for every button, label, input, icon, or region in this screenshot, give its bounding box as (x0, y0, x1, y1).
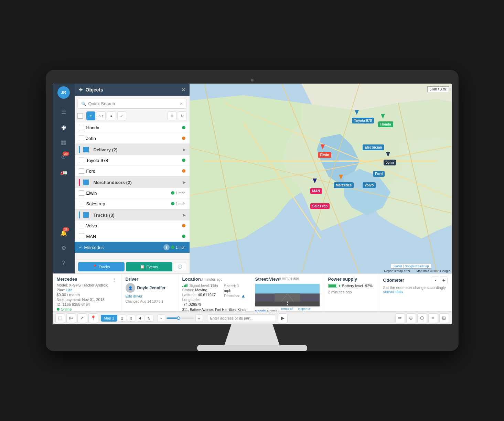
group-checkbox[interactable] (83, 180, 89, 185)
menu-icon[interactable]: ☰ (57, 106, 70, 118)
draw-icon[interactable]: ✏ (395, 313, 405, 323)
list-item-mercedes[interactable]: ✓ Mercedes ℹ 1 mph (75, 242, 190, 253)
item-checkbox[interactable] (79, 125, 84, 130)
street-view-section: Street View a minute ago (251, 274, 324, 311)
group-delivery[interactable]: Delivery (2) ▶ (75, 144, 190, 155)
item-checkbox[interactable] (79, 223, 84, 228)
zoom-in-btn[interactable]: + (195, 314, 203, 322)
report-link[interactable]: Report a problem (298, 307, 320, 311)
group-merchandisers[interactable]: Merchandisers (2) ▶ (75, 176, 190, 188)
search-input[interactable] (88, 101, 178, 106)
close-icon[interactable]: ✕ (181, 87, 185, 93)
map-label-toyota: Toyota 978 (352, 118, 374, 123)
bell-icon[interactable]: 🔔 29 (57, 227, 70, 239)
list-item[interactable]: John (75, 133, 190, 144)
stack-icon[interactable]: ≡ (428, 313, 438, 323)
item-name: Elwin (86, 191, 170, 196)
share-icon[interactable]: ↗ (77, 313, 87, 323)
leaflet-attribution[interactable]: Leaflet | Google Roadmap (391, 264, 431, 269)
map-pin (381, 114, 385, 119)
help-icon[interactable]: ? (57, 257, 70, 269)
sidebar-avatar[interactable]: JR (57, 86, 70, 99)
map-scale: 5 km / 3 mi (427, 86, 449, 92)
item-name: Sales rep (86, 201, 170, 206)
address-search-go[interactable]: ▶ (278, 313, 288, 323)
list-view-btn[interactable]: ≡ (86, 111, 95, 120)
sensor-data-link[interactable]: sensor data (383, 290, 448, 294)
map-tab-3[interactable]: 3 (127, 315, 135, 322)
map-tab-4[interactable]: 4 (136, 315, 144, 322)
item-checkbox[interactable] (79, 158, 84, 163)
history-btn[interactable]: 🕐 (174, 262, 186, 271)
terms-link[interactable]: Terms of Use (281, 307, 297, 311)
list-item[interactable]: Sales rep 1 mph (75, 198, 190, 209)
vehicle-menu-icon[interactable]: ⋮ (113, 277, 117, 282)
checkbox-all[interactable] (77, 113, 83, 119)
group-scroll: ▶ (183, 180, 185, 185)
info-icon[interactable]: ℹ (163, 244, 170, 250)
tracks-label: Tracks (99, 265, 110, 269)
item-name: Volvo (86, 223, 181, 228)
grid-icon[interactable]: ⊞ (439, 313, 449, 323)
item-checkbox[interactable] (79, 234, 84, 239)
map-error-link[interactable]: Report a map error (384, 269, 410, 273)
list-item[interactable]: Ford (75, 166, 190, 176)
map-tab-1[interactable]: Map 1 (101, 315, 118, 322)
map-area[interactable]: Toyota 978 Honda Elwin Electrician John … (190, 84, 452, 273)
tracks-btn[interactable]: 📍 Tracks (78, 262, 125, 271)
monitor-screen: JR ☰ ◉ ▦ ⏱ 29 🚛 🔔 29 ⚙ ? (53, 84, 452, 324)
odometer-plus-btn[interactable]: + (440, 277, 448, 284)
zoom-slider[interactable] (167, 317, 194, 319)
power-time: 2 minutes ago (328, 290, 375, 294)
zoom-controls: - + (158, 314, 203, 322)
list-item[interactable]: Volvo (75, 220, 190, 231)
az-sort-btn[interactable]: A-z (97, 111, 106, 120)
list-item[interactable]: Elwin 1 mph (75, 188, 190, 198)
map-pin (386, 152, 390, 157)
clock-icon[interactable]: ⏱ 29 (57, 151, 70, 163)
events-btn[interactable]: 📋 Events (126, 262, 172, 271)
check-btn[interactable]: ✓ (117, 111, 126, 120)
zoom-out-btn[interactable]: - (158, 314, 165, 322)
polygon-icon[interactable]: ⬡ (417, 313, 427, 323)
plan-value[interactable]: Lite (66, 288, 73, 292)
info-detail-icon[interactable]: ℹ (162, 300, 163, 303)
map-tab-2[interactable]: 2 (118, 315, 126, 322)
odometer-minus-btn[interactable]: - (432, 277, 439, 284)
list-item[interactable]: Honda (75, 122, 190, 133)
item-checkbox[interactable] (79, 201, 84, 206)
layers-icon[interactable]: ⬚ (55, 313, 65, 323)
group-checkbox[interactable] (83, 212, 89, 218)
globe-icon[interactable]: ◉ (57, 121, 70, 133)
dot-btn[interactable]: ● (107, 111, 116, 120)
group-color-bar (79, 212, 80, 218)
list-item[interactable]: MAN (75, 231, 190, 242)
bookmark-icon[interactable]: 🏷 (66, 313, 76, 323)
map-pin (313, 179, 317, 183)
location-section: Location 3 minutes ago (178, 274, 251, 311)
location-pin-icon[interactable]: 📍 (88, 313, 98, 323)
id-label: ID: (57, 302, 62, 306)
chart-icon[interactable]: ▦ (57, 136, 70, 148)
map-tab-5[interactable]: 5 (145, 315, 153, 322)
group-checkbox[interactable] (83, 147, 89, 152)
filter-btn[interactable]: ⚙ (168, 111, 176, 120)
address-search-input[interactable] (207, 314, 276, 322)
refresh-btn[interactable]: ↻ (178, 111, 187, 120)
edit-driver-link[interactable]: Edit driver (126, 294, 174, 298)
clear-search-icon[interactable]: ✕ (180, 101, 183, 106)
group-scroll: ▶ (183, 213, 185, 217)
target-icon[interactable]: ⊕ (406, 313, 416, 323)
item-checkbox[interactable] (79, 168, 84, 174)
truck-icon[interactable]: 🚛 (57, 166, 70, 179)
search-bar: 🔍 ✕ (77, 99, 187, 109)
item-checkbox[interactable] (79, 136, 84, 141)
group-trucks[interactable]: Trucks (3) ▶ (75, 209, 190, 220)
driver-title: Driver (126, 277, 174, 282)
id-value: 1165 9388 6464 (63, 302, 90, 306)
item-checkbox[interactable] (79, 190, 84, 196)
settings-icon[interactable]: ⚙ (57, 242, 70, 254)
street-view-image[interactable] (255, 284, 320, 306)
power-title: Power supply (328, 277, 375, 282)
list-item[interactable]: Toyota 978 (75, 155, 190, 166)
